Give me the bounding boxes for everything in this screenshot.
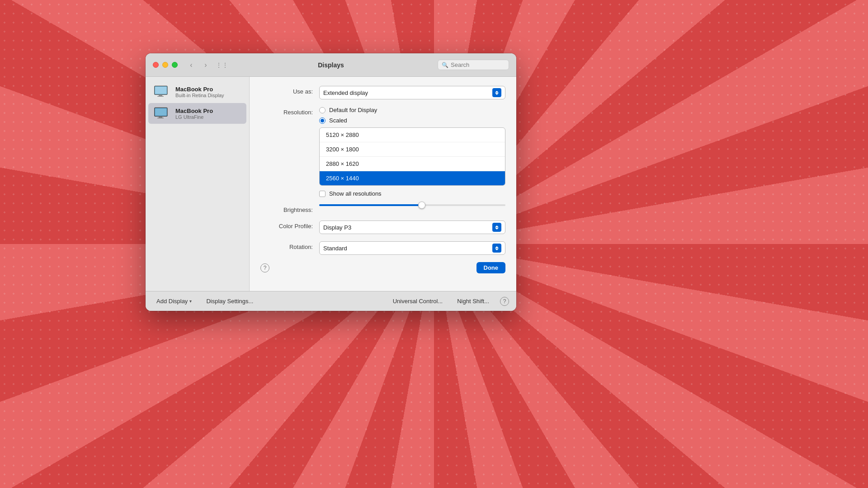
color-profile-stepper[interactable] (492, 223, 501, 232)
traffic-lights (153, 62, 178, 68)
res-item-2880[interactable]: 2880 × 1620 (320, 157, 505, 171)
done-button[interactable]: Done (476, 262, 506, 273)
close-button[interactable] (153, 62, 159, 68)
color-profile-select[interactable]: Display P3 (319, 221, 505, 234)
bottom-help-circle[interactable]: ? (500, 297, 509, 306)
use-as-selected-value: Extended display (323, 89, 492, 96)
use-as-select[interactable]: Extended display (319, 86, 505, 99)
maximize-button[interactable] (172, 62, 178, 68)
display-settings-label: Display Settings... (206, 298, 253, 305)
grid-icon[interactable]: ⋮⋮ (216, 61, 228, 69)
color-profile-label: Color Profile: (260, 221, 319, 230)
radio-default-label: Default for Display (329, 107, 377, 113)
svg-rect-5 (155, 108, 166, 116)
radio-scaled-input[interactable] (319, 117, 326, 124)
sidebar-item-macbook-builtin[interactable]: MacBook Pro Built-in Retina Display (148, 81, 246, 102)
rotation-value: Standard (319, 241, 505, 255)
brightness-slider[interactable] (319, 204, 505, 206)
radio-default-input[interactable] (319, 107, 326, 113)
show-all-row: Show all resolutions (319, 190, 505, 197)
res-item-3200[interactable]: 3200 × 1800 (320, 142, 505, 157)
radio-scaled-label: Scaled (329, 117, 347, 124)
sidebar-item-sub-2: LG UltraFine (175, 114, 213, 120)
sidebar: MacBook Pro Built-in Retina Display MacB… (146, 77, 250, 291)
forward-button[interactable]: › (199, 61, 212, 70)
resolution-options: Default for Display Scaled 5120 × 2880 3… (319, 107, 505, 197)
rotation-row: Rotation: Standard (260, 241, 505, 255)
back-button[interactable]: ‹ (185, 61, 198, 70)
rotation-stepper[interactable] (492, 244, 501, 253)
radio-default-for-display[interactable]: Default for Display (319, 107, 505, 113)
color-profile-row: Color Profile: Display P3 (260, 221, 505, 234)
sidebar-item-name-2: MacBook Pro (175, 108, 213, 114)
monitor-icon-builtin (154, 85, 171, 99)
sidebar-item-sub-1: Built-in Retina Display (175, 93, 224, 98)
resolution-row: Resolution: Default for Display Scaled (260, 107, 505, 197)
night-shift-label: Night Shift... (457, 298, 489, 305)
add-display-button[interactable]: Add Display ▾ (153, 296, 195, 306)
search-input[interactable] (451, 61, 505, 68)
dialog-footer: ? Done (260, 262, 505, 273)
res-item-5120[interactable]: 5120 × 2880 (320, 128, 505, 142)
resolution-radio-group: Default for Display Scaled (319, 107, 505, 124)
monitor-icon-lg (154, 107, 171, 120)
universal-control-button[interactable]: Universal Control... (389, 296, 447, 306)
use-as-label: Use as: (260, 86, 319, 95)
color-profile-value: Display P3 (319, 221, 505, 234)
brightness-label: Brightness: (260, 204, 319, 213)
rotation-select[interactable]: Standard (319, 241, 505, 255)
show-all-checkbox[interactable] (319, 191, 326, 197)
search-box[interactable]: 🔍 (438, 60, 509, 70)
use-as-stepper[interactable] (492, 88, 501, 97)
titlebar: ‹ › ⋮⋮ Displays 🔍 (146, 53, 516, 77)
display-settings-button[interactable]: Display Settings... (203, 296, 257, 306)
rotation-label: Rotation: (260, 241, 319, 250)
night-shift-button[interactable]: Night Shift... (453, 296, 493, 306)
radio-scaled[interactable]: Scaled (319, 117, 505, 124)
displays-window: ‹ › ⋮⋮ Displays 🔍 MacBook Pro (146, 53, 516, 311)
window-body: MacBook Pro Built-in Retina Display MacB… (146, 77, 516, 291)
svg-rect-7 (157, 118, 164, 119)
search-icon: 🔍 (442, 62, 448, 68)
nav-buttons: ‹ › (185, 61, 212, 70)
svg-rect-1 (155, 87, 166, 94)
help-circle[interactable]: ? (260, 263, 269, 272)
resolution-list: 5120 × 2880 3200 × 1800 2880 × 1620 2560… (319, 127, 505, 186)
sidebar-item-macbook-lg[interactable]: MacBook Pro LG UltraFine (148, 103, 246, 124)
add-display-label: Add Display (156, 298, 188, 305)
universal-control-label: Universal Control... (393, 298, 443, 305)
show-all-label: Show all resolutions (329, 190, 382, 197)
brightness-slider-container (319, 204, 505, 206)
color-profile-selected: Display P3 (323, 224, 492, 231)
main-content: Use as: Extended display Resolution: Def… (250, 77, 516, 291)
slider-thumb[interactable] (418, 202, 425, 209)
resolution-label: Resolution: (260, 107, 319, 116)
sidebar-item-text-2: MacBook Pro LG UltraFine (175, 108, 213, 120)
use-as-value: Extended display (319, 86, 505, 99)
sidebar-item-name-1: MacBook Pro (175, 86, 224, 93)
slider-track (319, 204, 505, 206)
svg-rect-2 (159, 94, 162, 96)
rotation-selected: Standard (323, 245, 492, 252)
res-item-2560[interactable]: 2560 × 1440 (320, 171, 505, 185)
use-as-row: Use as: Extended display (260, 86, 505, 99)
bottom-bar: Add Display ▾ Display Settings... Univer… (146, 291, 516, 311)
window-title: Displays (318, 61, 344, 69)
sidebar-item-text-1: MacBook Pro Built-in Retina Display (175, 86, 224, 98)
minimize-button[interactable] (162, 62, 168, 68)
slider-fill (319, 204, 422, 206)
svg-rect-6 (159, 116, 162, 117)
brightness-row: Brightness: (260, 204, 505, 213)
svg-rect-3 (157, 96, 164, 97)
add-display-chevron: ▾ (189, 299, 192, 304)
